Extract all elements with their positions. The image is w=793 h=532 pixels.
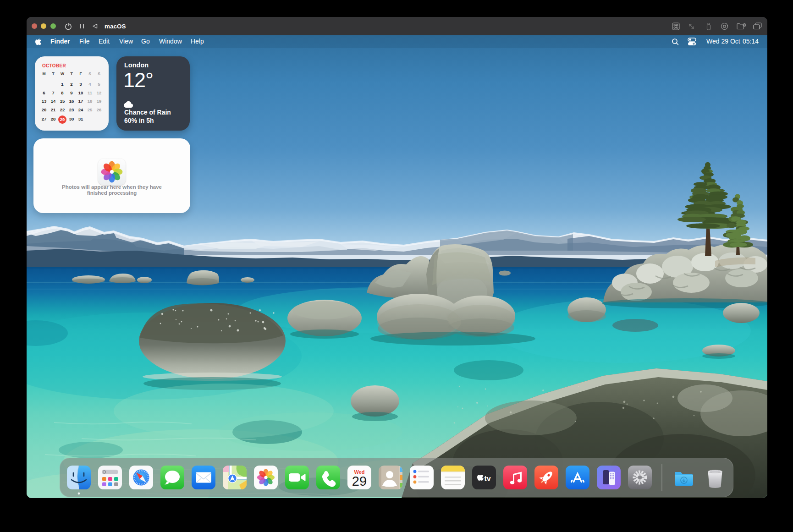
- svg-text:29: 29: [352, 474, 367, 488]
- svg-text:tv: tv: [485, 475, 491, 483]
